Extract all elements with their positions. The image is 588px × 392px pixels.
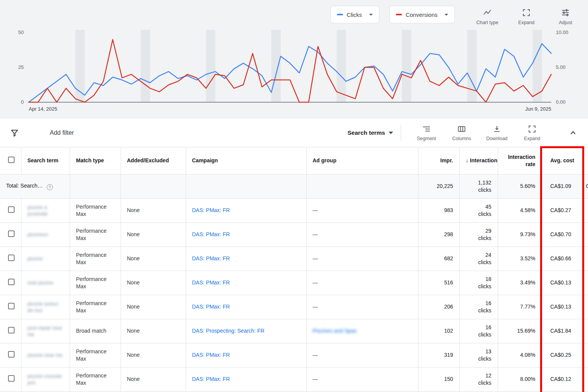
- header-interactions[interactable]: ↓ Interactions: [459, 147, 498, 174]
- cell-campaign: DAS: PMax: FR: [186, 343, 306, 367]
- header-ad-group[interactable]: Ad group: [306, 147, 418, 174]
- cell-ad-group: —: [306, 295, 418, 319]
- collapse-panel-button[interactable]: [568, 128, 578, 138]
- cell-search-term: piscine creusée prix: [21, 367, 70, 391]
- row-checkbox[interactable]: [8, 255, 15, 261]
- campaign-link[interactable]: DAS: PMax: FR: [192, 352, 230, 358]
- campaign-link[interactable]: DAS: PMax: FR: [192, 304, 230, 310]
- search-terms-table: Search term Match type Added/Excluded Ca…: [0, 147, 588, 392]
- chart-type-icon: [483, 8, 492, 17]
- table-toolbar: Add filter Search terms Segment Columns: [0, 119, 588, 147]
- cell-avg-cost: CA$0.13: [542, 295, 585, 319]
- header-search-term[interactable]: Search term: [21, 147, 70, 174]
- cell-avg-cost: CA$1.84: [542, 319, 585, 343]
- cell-match-type: Performance Max: [70, 295, 121, 319]
- cell-search-term: piscine near me: [21, 343, 70, 367]
- campaign-link[interactable]: DAS: Prospecting: Search: FR: [192, 328, 265, 334]
- header-campaign[interactable]: Campaign: [186, 147, 306, 174]
- sort-descending-icon: ↓: [466, 157, 469, 163]
- cell-avg-cost: CA$0.66: [542, 247, 585, 271]
- cell-campaign: DAS: PMax: FR: [186, 222, 306, 247]
- header-interaction-rate[interactable]: Interaction rate: [498, 147, 542, 174]
- row-checkbox[interactable]: [8, 279, 15, 285]
- cell-interactions: 12clicks: [459, 367, 498, 391]
- row-checkbox[interactable]: [8, 206, 15, 213]
- row-checkbox[interactable]: [8, 230, 15, 237]
- cell-added-excluded: None: [121, 295, 186, 319]
- table-row: piscinePerformance MaxNoneDAS: PMax: FR—…: [0, 247, 588, 271]
- legend-clicks-dropdown[interactable]: Clicks: [330, 6, 379, 23]
- chevron-up-icon: [568, 128, 578, 138]
- cell-avg-cost: CA$0.70: [542, 222, 585, 247]
- ad-group-empty: —: [313, 352, 318, 358]
- download-button[interactable]: Download: [479, 124, 514, 141]
- help-icon[interactable]: ?: [47, 184, 53, 190]
- row-checkbox[interactable]: [8, 375, 15, 382]
- cell-ad-group: —: [306, 247, 418, 271]
- cell-avg-cost: CA$0.27: [542, 198, 585, 222]
- row-checkbox-cell: [0, 367, 21, 391]
- chart-adjust-button[interactable]: Adjust: [553, 8, 578, 25]
- header-match-type[interactable]: Match type: [70, 147, 121, 174]
- row-checkbox[interactable]: [8, 303, 15, 309]
- cell-added-excluded: None: [121, 343, 186, 367]
- segment-icon: [422, 124, 431, 134]
- chart-expand-button[interactable]: Expand: [514, 8, 539, 25]
- conversions-series-dash-icon: [396, 14, 402, 15]
- cell-match-type: Performance Max: [70, 271, 121, 295]
- header-impressions[interactable]: Impr.: [418, 147, 459, 174]
- toolbar-divider: [401, 125, 401, 141]
- cell-interaction-rate: 9.73%: [498, 222, 542, 247]
- table-expand-button[interactable]: Expand: [514, 124, 550, 141]
- segment-button[interactable]: Segment: [409, 124, 444, 141]
- header-avg-cost[interactable]: Avg. cost: [542, 147, 585, 174]
- table-row: piscine near mePerformance MaxNoneDAS: P…: [0, 343, 588, 367]
- cell-added-excluded: None: [121, 367, 186, 391]
- table-header-row: Search term Match type Added/Excluded Ca…: [0, 147, 588, 174]
- campaign-link[interactable]: DAS: PMax: FR: [192, 231, 230, 237]
- view-selector-search-terms[interactable]: Search terms: [348, 129, 393, 136]
- row-checkbox-cell: [0, 343, 21, 367]
- svg-text:0: 0: [21, 99, 24, 105]
- search-term-text: piscine near me: [28, 352, 63, 358]
- table-body: Total: Search…? 20,225 1,132 clicks 5.60…: [0, 174, 588, 391]
- header-extra-column: [585, 147, 588, 174]
- table-row: club piscinePerformance MaxNoneDAS: PMax…: [0, 271, 588, 295]
- filter-funnel-icon[interactable]: [10, 128, 19, 137]
- row-checkbox[interactable]: [8, 351, 15, 358]
- select-all-checkbox[interactable]: [8, 157, 15, 163]
- add-filter-button[interactable]: Add filter: [50, 129, 74, 136]
- total-extra: C: [585, 174, 588, 198]
- campaign-link[interactable]: DAS: PMax: FR: [192, 255, 230, 261]
- expand-icon: [522, 8, 531, 17]
- cell-impressions: 102: [418, 319, 459, 343]
- table-row: piscine creusée prixPerformance MaxNoneD…: [0, 367, 588, 391]
- table-row: piscinevoPerformance MaxNoneDAS: PMax: F…: [0, 222, 588, 247]
- cell-interaction-rate: 7.77%: [498, 295, 542, 319]
- legend-conversions-label: Conversions: [406, 11, 438, 18]
- cell-avg-cost: CA$0.25: [542, 343, 585, 367]
- ad-group-link[interactable]: Piscines and Spas: [313, 328, 357, 334]
- svg-text:Apr 14, 2025: Apr 14, 2025: [29, 106, 57, 112]
- columns-button[interactable]: Columns: [444, 124, 479, 141]
- cell-campaign: DAS: PMax: FR: [186, 271, 306, 295]
- total-interaction-rate: 5.60%: [498, 174, 542, 198]
- cell-added-excluded: None: [121, 271, 186, 295]
- chevron-down-icon: [444, 14, 448, 16]
- table-row: piscine autour de moiPerformance MaxNone…: [0, 295, 588, 319]
- cell-added-excluded: None: [121, 222, 186, 247]
- row-checkbox-cell: [0, 295, 21, 319]
- legend-conversions-dropdown[interactable]: Conversions: [389, 6, 455, 23]
- cell-avg-cost: CA$0.13: [542, 271, 585, 295]
- campaign-link[interactable]: DAS: PMax: FR: [192, 207, 230, 213]
- campaign-link[interactable]: DAS: PMax: FR: [192, 376, 230, 382]
- header-added-excluded[interactable]: Added/Excluded: [121, 147, 186, 174]
- row-checkbox-cell: [0, 198, 21, 222]
- ad-group-empty: —: [313, 207, 318, 213]
- cell-impressions: 319: [418, 343, 459, 367]
- chart-type-button[interactable]: Chart type: [475, 8, 500, 25]
- campaign-link[interactable]: DAS: PMax: FR: [192, 279, 230, 286]
- row-checkbox[interactable]: [8, 327, 15, 333]
- download-icon: [492, 124, 501, 134]
- clicks-series-dash-icon: [337, 14, 343, 15]
